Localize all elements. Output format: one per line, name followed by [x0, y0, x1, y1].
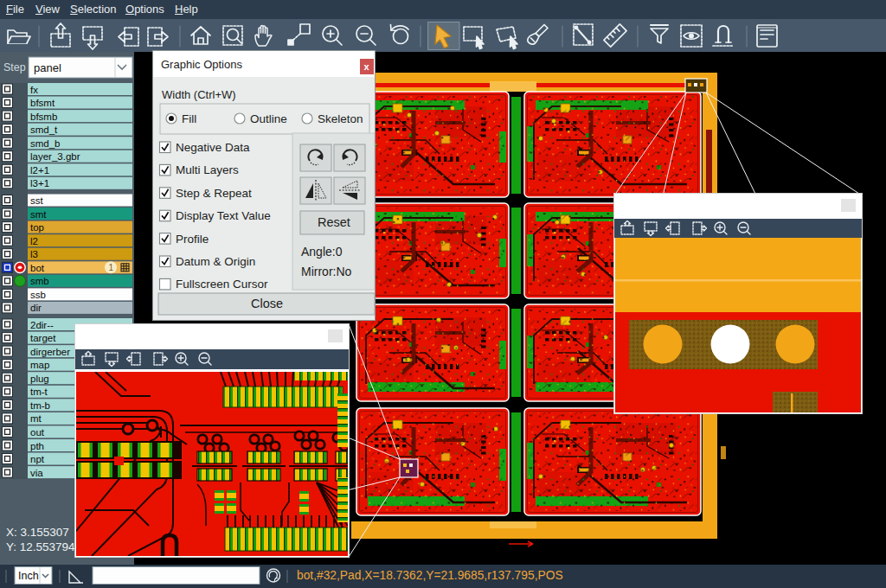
svg-text:Inch: Inch — [18, 570, 39, 582]
svg-text:smd_t: smd_t — [30, 125, 58, 135]
svg-text:Mirror:No: Mirror:No — [301, 265, 352, 278]
svg-text:Fullscreen Cursor: Fullscreen Cursor — [176, 278, 268, 291]
svg-text:bfsmt: bfsmt — [30, 98, 55, 108]
svg-text:dirgerber: dirgerber — [30, 347, 70, 357]
svg-text:smt: smt — [30, 209, 47, 220]
svg-text:Outline: Outline — [250, 112, 287, 125]
svg-text:panel: panel — [34, 61, 61, 74]
svg-text:Datum & Origin: Datum & Origin — [176, 255, 255, 268]
svg-text:l2: l2 — [30, 236, 38, 246]
svg-text:target: target — [30, 333, 56, 343]
svg-text:layer_3.gbr: layer_3.gbr — [30, 151, 80, 162]
svg-text:map: map — [30, 360, 49, 370]
svg-text:dir: dir — [30, 303, 42, 313]
svg-text:Negative Data: Negative Data — [176, 141, 250, 154]
svg-text:top: top — [30, 222, 44, 233]
svg-text:x: x — [364, 61, 370, 72]
svg-text:2dir--: 2dir-- — [30, 320, 54, 330]
svg-text:Fill: Fill — [182, 112, 196, 125]
svg-text:smd_b: smd_b — [30, 138, 61, 149]
svg-text:Display Text Value: Display Text Value — [176, 209, 271, 222]
svg-text:npt: npt — [30, 454, 45, 464]
svg-text:Graphic Options: Graphic Options — [161, 58, 242, 71]
svg-text:1: 1 — [109, 263, 114, 272]
svg-text:Reset: Reset — [318, 215, 350, 229]
svg-text:pth: pth — [30, 441, 44, 451]
svg-text:bot: bot — [30, 263, 45, 273]
svg-text:tm-t: tm-t — [30, 387, 48, 397]
svg-text:l2+1: l2+1 — [30, 165, 49, 176]
svg-text:Y: 12.553794: Y: 12.553794 — [6, 540, 75, 553]
svg-text:l3+1: l3+1 — [30, 178, 49, 189]
svg-text:bot,#32,Pad,X=18.7362,Y=21.968: bot,#32,Pad,X=18.7362,Y=21.9685,r137.795… — [297, 569, 563, 582]
svg-text:l3: l3 — [30, 249, 38, 259]
svg-text:Width (Ctrl+W): Width (Ctrl+W) — [162, 88, 236, 101]
svg-text:sst: sst — [30, 195, 44, 206]
svg-text:fx: fx — [30, 85, 38, 95]
svg-text:tm-b: tm-b — [30, 400, 50, 411]
svg-text:Skeleton: Skeleton — [318, 112, 363, 125]
svg-text:Step & Repeat: Step & Repeat — [176, 187, 252, 200]
svg-text:via: via — [30, 468, 43, 478]
svg-text:smb: smb — [30, 276, 49, 286]
svg-text:out: out — [30, 427, 45, 438]
svg-text:Multi Layers: Multi Layers — [176, 163, 239, 176]
svg-text:ssb: ssb — [30, 290, 46, 300]
svg-text:Close: Close — [251, 297, 283, 310]
svg-text:mt: mt — [30, 413, 42, 424]
svg-text:Profile: Profile — [176, 233, 209, 246]
svg-text:bfsmb: bfsmb — [30, 112, 57, 122]
svg-text:X: 3.155307: X: 3.155307 — [6, 526, 69, 539]
svg-text:Angle:0: Angle:0 — [301, 245, 343, 259]
svg-text:Step: Step — [3, 61, 26, 74]
svg-text:plug: plug — [30, 374, 49, 384]
